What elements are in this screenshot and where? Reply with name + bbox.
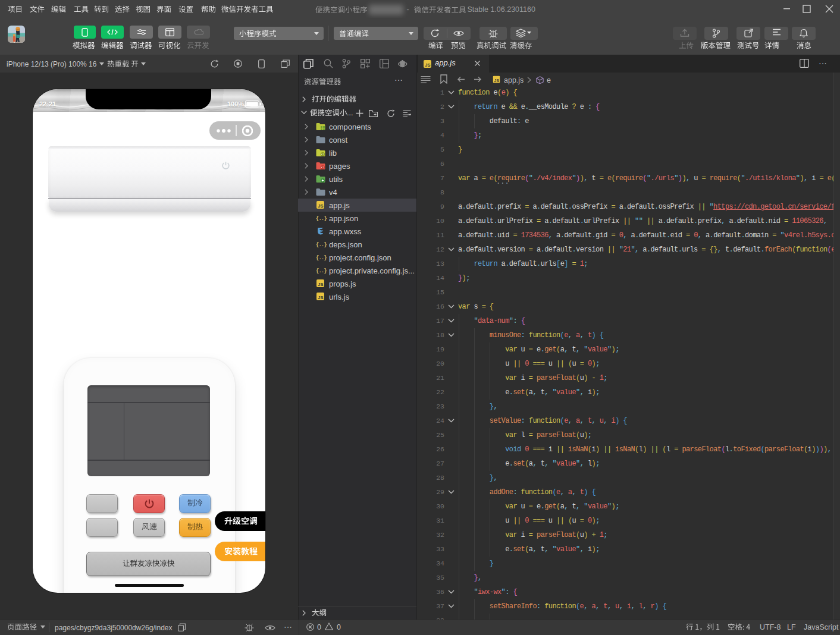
svg-text:JS: JS	[425, 62, 430, 68]
svg-text:{..}: {..}	[316, 268, 327, 274]
svg-text:JS: JS	[494, 78, 500, 83]
svg-text:JS: JS	[318, 295, 323, 300]
svg-text:{..}: {..}	[316, 255, 327, 261]
svg-text:JS: JS	[318, 203, 323, 209]
svg-text:JS: JS	[318, 282, 323, 287]
svg-text:{..}: {..}	[316, 216, 327, 222]
svg-text:{..}: {..}	[316, 242, 327, 248]
